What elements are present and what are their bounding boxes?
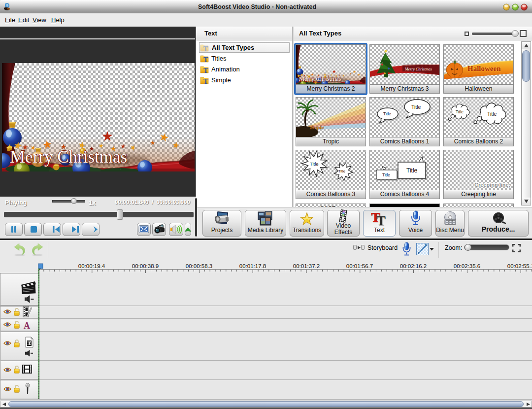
svg-text:T: T [203,67,208,74]
svg-text:Title: Title [456,109,464,114]
svg-text:Title: Title [382,172,390,177]
svg-text:T: T [203,56,208,64]
svg-text:Title: Title [338,169,345,173]
svg-text:Title: Title [383,111,391,116]
svg-text:Creeping line,: Creeping line, [474,182,510,188]
svg-text:T: T [203,45,208,53]
svg-text:Merry Christmas: Merry Christmas [404,67,432,71]
svg-text:Title: Title [487,111,497,117]
svg-text:T: T [203,78,208,85]
svg-text:Title: Title [406,167,418,174]
svg-text:Halloween: Halloween [467,65,501,72]
svg-text:Title: Title [411,104,421,110]
svg-text:Tropic: Tropic [309,124,324,130]
svg-text:A: A [24,321,30,331]
svg-text:Title: Title [310,161,319,167]
